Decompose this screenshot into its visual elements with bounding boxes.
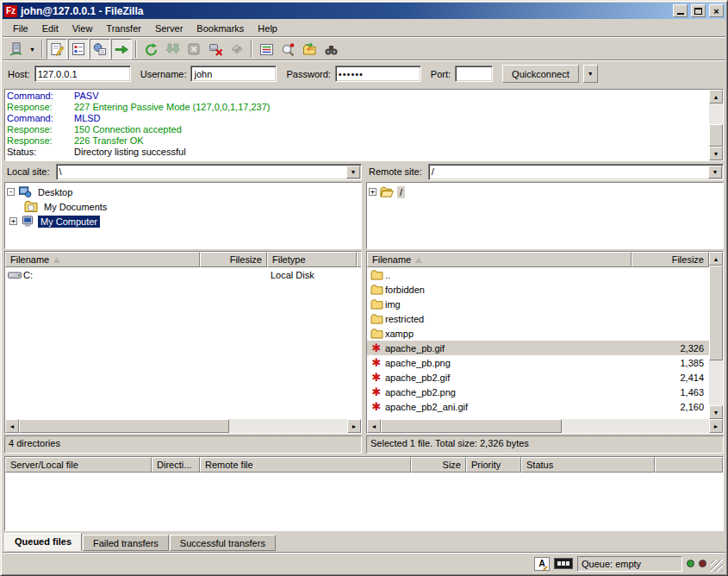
toggle-queue-button[interactable] [111, 39, 132, 59]
toggle-local-tree-button[interactable] [68, 39, 89, 59]
column-header-filesize[interactable]: Filesize [200, 252, 267, 267]
close-button[interactable]: × [709, 4, 724, 17]
file-row-selected[interactable]: ✱ apache_pb.gif 2,326 [367, 341, 709, 355]
file-row[interactable]: img [367, 297, 709, 311]
column-header-filesize[interactable]: Filesize [632, 252, 709, 267]
directory-comparison-button[interactable] [277, 39, 298, 59]
file-row[interactable]: forbidden [367, 282, 709, 297]
port-input[interactable] [455, 66, 493, 82]
remote-horizontal-scrollbar[interactable]: ◄ ► [367, 419, 723, 433]
column-header-filename[interactable]: Filename [5, 252, 200, 267]
username-input[interactable] [190, 66, 277, 82]
scroll-up-icon[interactable]: ▲ [709, 90, 723, 103]
remote-vscroll-thumb[interactable] [709, 266, 723, 360]
scroll-right-icon[interactable]: ► [709, 419, 723, 433]
column-header-filename[interactable]: Filename [367, 252, 632, 267]
menu-edit[interactable]: Edit [35, 21, 65, 36]
column-header-size[interactable]: Size [411, 457, 466, 473]
file-row[interactable]: ✱ apache_pb.png 1,385 [367, 355, 709, 370]
resize-grip[interactable] [711, 560, 723, 572]
remote-vscroll-track[interactable] [709, 266, 723, 405]
local-site-combo[interactable]: \ ▼ [56, 164, 362, 180]
expand-icon[interactable]: + [9, 217, 17, 225]
file-row[interactable]: ✱ apache_pb2.gif 2,414 [367, 370, 709, 385]
tree-item-root[interactable]: + / [369, 185, 721, 199]
column-header-remote-file[interactable]: Remote file [200, 457, 411, 473]
scroll-down-icon[interactable]: ▼ [709, 405, 723, 419]
cancel-button-disabled[interactable] [184, 39, 204, 59]
column-header-server-local-file[interactable]: Server/Local file [5, 457, 152, 473]
menu-server[interactable]: Server [148, 21, 190, 36]
synchronized-browsing-button[interactable] [299, 39, 320, 59]
file-row[interactable]: C: Local Disk [5, 267, 361, 282]
refresh-button[interactable] [140, 39, 161, 59]
host-input[interactable] [34, 66, 131, 82]
find-files-button[interactable] [320, 39, 341, 59]
log-scroll-track[interactable] [709, 103, 723, 147]
file-row[interactable]: ✱ apache_pb2_ani.gif 2,160 [367, 399, 709, 414]
tree-item-my-computer[interactable]: + My Computer [9, 214, 359, 229]
file-row[interactable]: .. [367, 267, 709, 282]
local-hscroll-track[interactable] [19, 419, 347, 433]
remote-site-combo[interactable]: / ▼ [428, 164, 724, 180]
process-queue-button-disabled[interactable] [162, 39, 183, 59]
scroll-left-icon[interactable]: ◄ [367, 419, 381, 433]
reconnect-button-disabled[interactable] [227, 39, 247, 59]
menu-help[interactable]: Help [251, 21, 284, 36]
header-label: Status [526, 460, 553, 470]
log-scroll-thumb[interactable] [709, 124, 723, 147]
menu-view[interactable]: View [65, 21, 100, 36]
tab-successful-transfers[interactable]: Successful transfers [170, 535, 276, 551]
queue-header: Server/Local file Directi... Remote file… [5, 457, 723, 473]
menu-bookmarks[interactable]: Bookmarks [190, 21, 251, 36]
expand-icon[interactable]: + [369, 188, 376, 196]
toggle-remote-tree-button[interactable] [90, 39, 110, 59]
scroll-up-icon[interactable]: ▲ [709, 252, 723, 266]
tree-item-my-documents[interactable]: My Documents [24, 199, 359, 214]
site-manager-button[interactable] [5, 39, 26, 59]
column-header-status[interactable]: Status [521, 457, 655, 473]
file-row[interactable]: ✱ apache_pb2.png 1,463 [367, 385, 709, 399]
file-name: apache_pb2.png [385, 387, 632, 398]
file-type: Local Disk [267, 270, 357, 280]
file-row[interactable]: restricted [367, 311, 709, 326]
toggle-message-log-button[interactable] [47, 39, 67, 59]
scroll-right-icon[interactable]: ► [347, 419, 361, 433]
queue-body[interactable] [5, 473, 723, 530]
transfer-type-indicator[interactable]: A [534, 557, 550, 571]
tab-failed-transfers[interactable]: Failed transfers [83, 535, 169, 551]
minimize-button[interactable] [673, 4, 688, 17]
site-manager-icon [9, 42, 23, 57]
port-label: Port: [431, 69, 451, 79]
log-text: Directory listing successful [74, 147, 186, 158]
local-hscroll-thumb[interactable] [19, 419, 229, 433]
speed-limit-icon[interactable] [554, 558, 573, 569]
file-row[interactable]: xampp [367, 326, 709, 341]
remote-hscroll-track[interactable] [381, 419, 709, 433]
column-header-filetype[interactable]: Filetype [267, 252, 357, 267]
password-input[interactable] [335, 66, 421, 82]
file-name: C: [23, 270, 200, 280]
local-horizontal-scrollbar[interactable]: ◄ ► [5, 419, 361, 433]
log-scrollbar[interactable]: ▲ ▼ [709, 90, 723, 160]
quickconnect-button[interactable]: Quickconnect [502, 65, 579, 83]
remote-hscroll-thumb[interactable] [381, 419, 562, 433]
scroll-left-icon[interactable]: ◄ [5, 419, 19, 433]
disconnect-button[interactable] [205, 39, 226, 59]
quickconnect-dropdown[interactable]: ▼ [583, 65, 598, 83]
maximize-button[interactable] [691, 4, 706, 17]
column-header-direction[interactable]: Directi... [152, 457, 200, 473]
chevron-down-icon[interactable]: ▼ [346, 166, 360, 178]
filter-button[interactable] [256, 39, 277, 59]
column-header-priority[interactable]: Priority [466, 457, 521, 473]
scroll-down-icon[interactable]: ▼ [709, 147, 723, 160]
column-header-last-modified[interactable]: L [357, 252, 361, 267]
tab-queued-files[interactable]: Queued files [4, 533, 82, 551]
tree-item-desktop[interactable]: - Desktop [7, 185, 359, 199]
menu-file[interactable]: File [6, 21, 35, 36]
collapse-icon[interactable]: - [7, 188, 15, 196]
chevron-down-icon[interactable]: ▼ [708, 166, 722, 178]
menu-transfer[interactable]: Transfer [99, 21, 148, 36]
site-manager-dropdown[interactable]: ▼ [27, 40, 38, 59]
remote-vertical-scrollbar[interactable]: ▲ ▼ [709, 252, 723, 419]
